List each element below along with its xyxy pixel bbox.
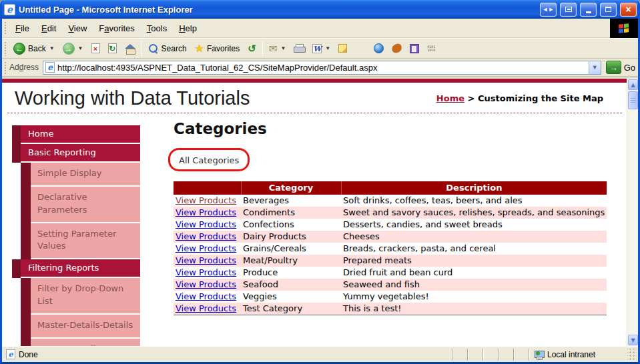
home-button[interactable] (121, 41, 139, 56)
word-icon: W (312, 44, 322, 53)
sidebar-item-simple-display[interactable]: Simple Display (31, 163, 140, 185)
category-cell: Condiments (241, 207, 341, 219)
messenger-button[interactable] (370, 41, 388, 56)
favorites-label: Favorites (207, 44, 240, 53)
status-empty-pane (483, 349, 498, 361)
status-empty-pane (513, 349, 529, 361)
toolbar-grip[interactable] (3, 41, 8, 56)
script-debugger-icon: 010110ϟ0 (427, 45, 436, 52)
mail-button[interactable]: ✉ ▼ (265, 41, 290, 56)
description-cell: Sweet and savory sauces, relishes, sprea… (341, 207, 607, 219)
table-row: View ProductsBeveragesSoft drinks, coffe… (174, 195, 607, 207)
resize-grip[interactable] (627, 349, 637, 361)
favorites-button[interactable]: ★ Favorites (191, 41, 244, 56)
back-dropdown-icon[interactable]: ▼ (49, 45, 55, 51)
description-cell: Prepared meats (341, 255, 607, 267)
mail-dropdown-icon[interactable]: ▼ (280, 45, 286, 51)
scroll-down-button[interactable]: ▼ (628, 335, 638, 345)
research-button[interactable] (406, 41, 423, 56)
edit-with-word-button[interactable]: W ▼ (308, 41, 334, 56)
category-cell: Seafood (241, 279, 341, 291)
go-label: Go (624, 63, 635, 73)
view-products-link[interactable]: View Products (176, 243, 236, 253)
menu-file[interactable]: File (9, 20, 35, 37)
close-button[interactable]: × (620, 3, 637, 17)
sidebar-item-home[interactable]: Home (21, 125, 140, 143)
search-button[interactable]: Search (144, 41, 191, 57)
sidebar-item-setting-parameter-values[interactable]: Setting Parameter Values (31, 223, 140, 259)
status-empty-pane (467, 349, 483, 361)
sidebar-item-declarative-parameters[interactable]: Declarative Parameters (31, 187, 140, 222)
refresh-icon: ↻ (108, 43, 117, 53)
site-title: Working with Data Tutorials (15, 87, 250, 109)
back-button[interactable]: ← Back ▼ (9, 40, 59, 57)
menu-edit[interactable]: Edit (35, 20, 62, 37)
view-products-link[interactable]: View Products (176, 267, 236, 277)
breadcrumb-current: Customizing the Site Map (478, 93, 603, 103)
annotation-ellipse: All Categories (168, 148, 250, 171)
menu-favorites[interactable]: Favorites (93, 20, 140, 37)
vertical-scrollbar[interactable]: ▲ ▼ (627, 79, 638, 346)
table-row: View ProductsConfectionsDesserts, candie… (174, 219, 607, 231)
description-cell: Breads, crackers, pasta, and cereal (341, 243, 607, 255)
msn-icon (391, 43, 403, 53)
sidebar-item-filter-by-drop-down-list[interactable]: Filter by Drop-Down List (31, 278, 140, 313)
scroll-up-button[interactable]: ▲ (628, 79, 638, 90)
script-debugger-button[interactable]: 010110ϟ0 (423, 43, 440, 55)
msn-button[interactable] (388, 41, 406, 55)
view-products-link[interactable]: View Products (176, 303, 236, 313)
menu-view[interactable]: View (62, 20, 93, 37)
sidebar-item-filtering-reports[interactable]: Filtering Reports (21, 259, 140, 277)
menu-help[interactable]: Help (173, 20, 203, 37)
table-row: View ProductsDairy ProductsCheeses (174, 231, 607, 243)
title-bar[interactable]: e Untitled Page - Microsoft Internet Exp… (0, 0, 640, 19)
all-categories-label: All Categories (179, 155, 239, 165)
search-icon (148, 43, 159, 54)
scrollbar-thumb[interactable] (628, 91, 638, 109)
view-products-link[interactable]: View Products (176, 207, 236, 217)
popout-button[interactable] (560, 3, 577, 17)
address-bar: Address e http://localhost:4935/ASPNET_D… (2, 59, 638, 77)
home-icon (125, 44, 135, 53)
main-content: Categories All Categories CategoryDescri… (174, 120, 614, 315)
forward-dropdown-icon[interactable]: ▼ (78, 45, 83, 51)
go-button[interactable]: → (606, 61, 621, 74)
sidebar-item-basic-reporting[interactable]: Basic Reporting (21, 144, 140, 161)
breadcrumb-home-link[interactable]: Home (436, 93, 464, 103)
addressbar-grip[interactable] (3, 61, 8, 75)
toolbar-separator (262, 41, 263, 56)
refresh-button[interactable]: ↻ (104, 41, 121, 56)
notes-button[interactable] (334, 41, 351, 55)
category-cell: Test Category (241, 303, 341, 315)
maximize-button[interactable] (600, 3, 617, 17)
sidebar-item-master-details-details[interactable]: Master-Details-Details (31, 315, 140, 337)
sidebar-item-master-detail-across-two-pages[interactable]: Master/Detail Across Two Pages (31, 339, 140, 346)
minimize-button[interactable] (580, 3, 597, 17)
breadcrumb-separator: > (468, 93, 475, 103)
print-button[interactable] (290, 41, 308, 55)
forward-button[interactable]: → ▼ (59, 40, 87, 57)
view-products-link[interactable]: View Products (176, 195, 236, 205)
table-row: View ProductsTest CategoryThis is a test… (174, 303, 607, 315)
description-cell: Yummy vegetables! (341, 291, 607, 303)
zone-text: Local intranet (547, 350, 595, 359)
page-viewport: Working with Data Tutorials Home > Custo… (2, 79, 638, 346)
view-products-link[interactable]: View Products (176, 255, 236, 265)
address-dropdown-button[interactable]: ▼ (589, 61, 601, 74)
category-cell: Meat/Poultry (241, 255, 341, 267)
history-button[interactable]: ↺ (244, 41, 260, 56)
stop-button[interactable]: × (87, 41, 104, 56)
view-products-link[interactable]: View Products (176, 219, 236, 229)
description-cell: Soft drinks, coffees, teas, beers, and a… (341, 195, 607, 207)
menu-tools[interactable]: Tools (141, 20, 173, 37)
resize-width-button[interactable]: ◄► (540, 3, 557, 17)
view-products-link[interactable]: View Products (176, 231, 236, 241)
word-dropdown-icon[interactable]: ▼ (325, 45, 330, 51)
menu-bar: FileEditViewFavoritesToolsHelp (2, 19, 638, 38)
toolbar-separator (141, 41, 142, 56)
view-products-link[interactable]: View Products (176, 291, 236, 301)
menubar-grip[interactable] (3, 21, 8, 35)
view-products-link[interactable]: View Products (176, 279, 236, 289)
address-input[interactable]: e http://localhost:4935/ASPNET_Data_Tuto… (43, 61, 601, 75)
sidebar-menu: HomeBasic ReportingSimple DisplayDeclara… (12, 125, 140, 346)
